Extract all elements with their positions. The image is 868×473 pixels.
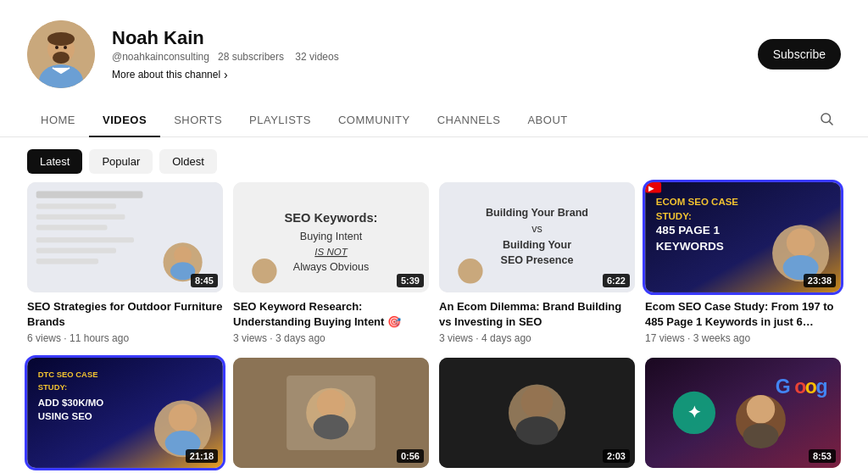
channel-meta: @noahkainconsulting 28 subscribers 32 vi… <box>112 51 339 63</box>
svg-rect-14 <box>36 237 134 242</box>
svg-point-38 <box>787 228 815 257</box>
svg-rect-10 <box>36 191 143 198</box>
video-info: Ecom SEO Case Study: From 197 to 485 Pag… <box>645 299 841 344</box>
video-card[interactable]: DTC SEO CASE STUDY: ADD $30K/MO USING SE… <box>27 358 223 473</box>
video-meta: 17 views · 3 weeks ago <box>645 332 841 344</box>
svg-rect-11 <box>36 203 116 209</box>
duration-badge: 23:38 <box>804 274 836 287</box>
svg-text:g: g <box>815 376 827 398</box>
filter-popular[interactable]: Popular <box>89 149 153 174</box>
channel-about-link[interactable]: More about this channel › <box>112 68 339 81</box>
filter-oldest[interactable]: Oldest <box>159 149 217 174</box>
svg-text:Building Your Brand: Building Your Brand <box>486 207 588 219</box>
nav-videos[interactable]: VIDEOS <box>89 103 160 136</box>
filter-tabs: Latest Popular Oldest <box>0 137 868 182</box>
svg-point-48 <box>169 404 198 433</box>
filter-latest[interactable]: Latest <box>27 149 82 174</box>
nav-home[interactable]: HOME <box>27 103 89 136</box>
video-count: 32 videos <box>295 51 338 63</box>
nav-shorts[interactable]: SHORTS <box>160 103 236 136</box>
svg-text:G: G <box>776 376 791 398</box>
svg-text:IS NOT: IS NOT <box>314 247 348 257</box>
video-thumbnail: ✦ G o o g 8:53 <box>645 358 841 468</box>
video-meta: 3 views · 4 days ago <box>439 332 635 344</box>
video-grid: 8:45 SEO Strategies for Outdoor Furnitur… <box>0 182 868 473</box>
search-icon[interactable] <box>812 104 841 136</box>
svg-text:ADD $30K/MO: ADD $30K/MO <box>38 398 103 408</box>
duration-badge: 2:03 <box>603 449 630 463</box>
channel-name: Noah Kain <box>112 27 339 49</box>
svg-rect-16 <box>36 259 98 264</box>
svg-text:Always Obvious: Always Obvious <box>293 261 369 273</box>
svg-text:SEO Presence: SEO Presence <box>501 254 574 266</box>
video-thumbnail: 0:56 <box>233 358 429 468</box>
duration-badge: 6:22 <box>603 274 630 287</box>
nav-community[interactable]: COMMUNITY <box>325 103 424 136</box>
svg-text:STUDY:: STUDY: <box>38 382 67 392</box>
nav-about[interactable]: ABOUT <box>514 103 581 136</box>
video-thumbnail: ECOM SEO CASE STUDY: 485 PAGE 1 KEYWORDS… <box>645 182 841 292</box>
svg-rect-13 <box>36 225 108 230</box>
subscribe-button[interactable]: Subscribe <box>758 39 841 70</box>
duration-badge: 8:45 <box>191 274 218 287</box>
svg-rect-12 <box>36 214 125 220</box>
svg-text:KEYWORDS: KEYWORDS <box>656 240 724 253</box>
svg-point-7 <box>821 114 831 123</box>
video-info: SEO Keyword Research: Understanding Buyi… <box>233 299 429 344</box>
video-title: SEO Strategies for Outdoor Furniture Bra… <box>27 299 223 330</box>
svg-point-53 <box>317 390 346 419</box>
video-meta: 6 views · 11 hours ago <box>27 332 223 344</box>
channel-handle: @noahkainconsulting <box>112 51 209 63</box>
video-meta: 3 views · 3 days ago <box>233 332 429 344</box>
video-card[interactable]: Building Your Brand vs Building Your SEO… <box>439 182 635 344</box>
svg-text:DTC SEO CASE: DTC SEO CASE <box>38 370 98 379</box>
video-card[interactable]: 2:03 How investing in SEO is similar to … <box>439 358 635 473</box>
video-info: An Ecom Dilemma: Brand Building vs Inves… <box>439 299 635 344</box>
video-card[interactable]: SEO Keywords: Buying Intent IS NOT Alway… <box>233 182 429 344</box>
video-card[interactable]: 0:56 Ecommerce SEO Testimonial: Furnitur… <box>233 358 429 473</box>
svg-point-69 <box>743 424 779 448</box>
svg-point-68 <box>747 395 776 424</box>
svg-text:SEO Keywords:: SEO Keywords: <box>285 211 378 225</box>
duration-badge: 21:18 <box>186 449 218 463</box>
video-thumbnail: 8:45 <box>27 182 223 292</box>
svg-point-18 <box>174 246 192 264</box>
svg-text:485 PAGE 1: 485 PAGE 1 <box>656 224 721 236</box>
nav-playlists[interactable]: PLAYLISTS <box>236 103 325 136</box>
video-thumbnail: 2:03 <box>439 358 635 468</box>
svg-point-5 <box>55 46 58 49</box>
nav-channels[interactable]: CHANNELS <box>424 103 515 136</box>
video-card[interactable]: ECOM SEO CASE STUDY: 485 PAGE 1 KEYWORDS… <box>645 182 841 344</box>
svg-text:▶: ▶ <box>648 184 654 192</box>
video-thumbnail: SEO Keywords: Buying Intent IS NOT Alway… <box>233 182 429 292</box>
channel-details: Noah Kain @noahkainconsulting 28 subscri… <box>112 27 339 81</box>
video-card[interactable]: 8:45 SEO Strategies for Outdoor Furnitur… <box>27 182 223 344</box>
svg-point-54 <box>314 415 349 439</box>
video-thumbnail: Building Your Brand vs Building Your SEO… <box>439 182 635 292</box>
svg-point-31 <box>458 259 482 283</box>
svg-point-25 <box>252 259 276 283</box>
svg-line-8 <box>829 121 832 125</box>
video-card[interactable]: ✦ G o o g 8:53 Has ChatGPT Killed Google… <box>645 358 841 473</box>
avatar <box>27 20 95 88</box>
svg-point-4 <box>53 52 70 64</box>
svg-text:Buying Intent: Buying Intent <box>300 231 363 242</box>
svg-text:ECOM SEO CASE: ECOM SEO CASE <box>656 197 739 207</box>
about-label: More about this channel <box>112 69 220 81</box>
video-title: An Ecom Dilemma: Brand Building vs Inves… <box>439 299 635 330</box>
svg-point-3 <box>47 32 75 46</box>
svg-text:✦: ✦ <box>687 404 701 422</box>
video-title: SEO Keyword Research: Understanding Buyi… <box>233 299 429 330</box>
svg-text:Building Your: Building Your <box>503 239 571 251</box>
svg-rect-15 <box>36 248 116 253</box>
svg-text:vs: vs <box>531 223 542 235</box>
video-thumbnail: DTC SEO CASE STUDY: ADD $30K/MO USING SE… <box>27 358 223 468</box>
channel-info: Noah Kain @noahkainconsulting 28 subscri… <box>27 20 339 88</box>
svg-point-6 <box>64 46 67 49</box>
channel-nav: HOME VIDEOS SHORTS PLAYLISTS COMMUNITY C… <box>0 103 868 137</box>
video-title: Ecom SEO Case Study: From 197 to 485 Pag… <box>645 299 841 330</box>
duration-badge: 0:56 <box>397 449 424 463</box>
svg-text:STUDY:: STUDY: <box>656 211 692 221</box>
duration-badge: 5:39 <box>397 274 424 287</box>
subscriber-count: 28 subscribers <box>218 51 284 63</box>
